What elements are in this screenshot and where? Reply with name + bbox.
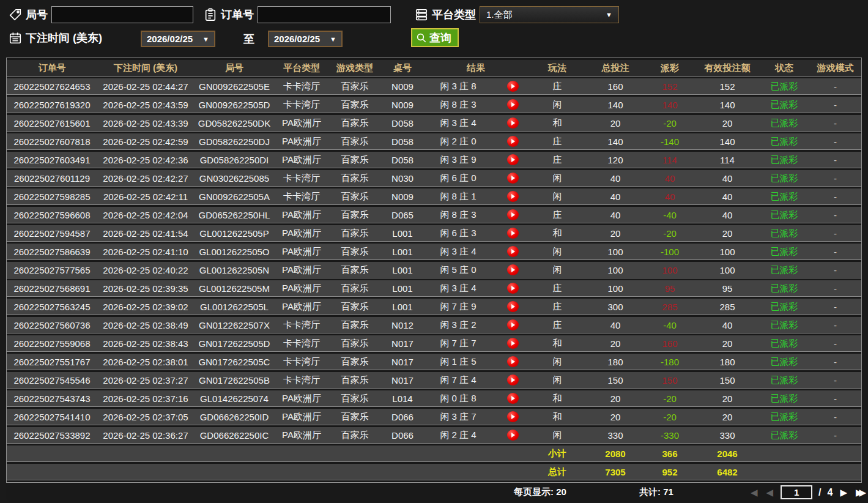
cell-valid-bet: 20	[696, 335, 759, 352]
replay-play-button[interactable]	[507, 283, 519, 294]
cell-method: 闲	[528, 262, 587, 278]
replay-play-button[interactable]	[507, 246, 519, 257]
cell-bet-time: 2026-02-25 02:38:43	[97, 335, 194, 352]
replay-play-button[interactable]	[507, 136, 519, 147]
cell-total-bet: 40	[587, 188, 644, 205]
subtotal-row: 小计 2080 366 2046	[7, 445, 861, 462]
cell-payout: 114	[644, 152, 696, 168]
cell-bet-time: 2026-02-25 02:39:02	[97, 299, 194, 315]
cell-valid-bet: 20	[696, 115, 759, 132]
cell-order-no: 260225027568691	[7, 280, 97, 297]
game-no-label: 局号	[26, 7, 48, 22]
replay-play-button[interactable]	[507, 99, 519, 110]
platform-select[interactable]: 1.全部 ▼	[480, 6, 619, 23]
cell-bet-time: 2026-02-25 02:38:01	[97, 354, 194, 370]
replay-play-button[interactable]	[507, 430, 519, 441]
cell-valid-bet: 20	[696, 390, 759, 407]
cell-result: 闲 8 庄 3	[424, 207, 528, 223]
platform-label: 平台类型	[432, 7, 476, 22]
cell-status: 已派彩	[759, 372, 809, 389]
play-icon	[511, 304, 515, 309]
cell-status: 已派彩	[759, 427, 809, 444]
table-row: 260225027568691 2026-02-25 02:39:35 GL00…	[7, 280, 861, 297]
replay-play-button[interactable]	[507, 228, 519, 239]
game-no-input[interactable]	[51, 6, 193, 23]
page-number-input[interactable]	[781, 485, 812, 499]
cell-status: 已派彩	[759, 207, 809, 223]
replay-play-button[interactable]	[507, 191, 519, 202]
prev-page-button[interactable]: ◀	[765, 487, 775, 498]
cell-valid-bet: 100	[696, 244, 759, 260]
cell-game-mode: -	[809, 78, 861, 95]
replay-play-button[interactable]	[507, 209, 519, 220]
table-row: 260225027543743 2026-02-25 02:37:16 GL01…	[7, 390, 861, 407]
replay-play-button[interactable]	[507, 338, 519, 349]
cell-valid-bet: 40	[696, 188, 759, 205]
order-no-input[interactable]	[258, 6, 391, 23]
date-to-value: 2026/02/25	[274, 34, 320, 44]
replay-play-button[interactable]	[507, 264, 519, 275]
cell-table-no: D066	[381, 427, 424, 444]
cell-game-type: 百家乐	[328, 225, 381, 242]
cell-order-no: 260225027598285	[7, 188, 97, 205]
cell-game-no: GN0092622505E	[194, 78, 275, 95]
cell-game-type: 百家乐	[328, 372, 381, 389]
replay-play-button[interactable]	[507, 173, 519, 184]
cell-total-bet: 100	[587, 244, 644, 260]
cell-game-mode: -	[809, 152, 861, 168]
replay-play-button[interactable]	[507, 81, 519, 92]
replay-play-button[interactable]	[507, 356, 519, 367]
chevron-down-icon: ▼	[202, 35, 209, 43]
cell-platform: 卡卡湾厅	[275, 97, 328, 113]
cell-platform: 卡卡湾厅	[275, 78, 328, 95]
cell-order-no: 260225027559068	[7, 335, 97, 352]
date-to-picker[interactable]: 2026/02/25 ▼	[268, 31, 343, 47]
cell-result: 闲 3 庄 4	[424, 280, 528, 297]
cell-game-mode: -	[809, 244, 861, 260]
cell-order-no: 260225027563245	[7, 299, 97, 315]
cell-platform: 卡卡湾厅	[275, 372, 328, 389]
cell-table-no: N017	[381, 372, 424, 389]
cell-total-bet: 330	[587, 427, 644, 444]
cell-game-mode: -	[809, 427, 861, 444]
cell-status: 已派彩	[759, 280, 809, 297]
cell-game-mode: -	[809, 225, 861, 242]
cell-order-no: 260225027551767	[7, 354, 97, 370]
table-row: 260225027541410 2026-02-25 02:37:05 GD06…	[7, 409, 861, 425]
first-page-button[interactable]: ◀	[749, 487, 759, 498]
cell-game-type: 百家乐	[328, 170, 381, 187]
cell-total-bet: 140	[587, 97, 644, 113]
replay-play-button[interactable]	[507, 154, 519, 165]
replay-play-button[interactable]	[507, 374, 519, 386]
cell-order-no: 260225027624653	[7, 78, 97, 95]
cell-platform: PA欧洲厅	[275, 225, 328, 242]
cell-valid-bet: 20	[696, 409, 759, 425]
cell-platform: PA欧洲厅	[275, 390, 328, 407]
replay-play-button[interactable]	[507, 301, 519, 312]
last-page-button[interactable]: ▶▶	[855, 487, 867, 498]
search-button[interactable]: 查询	[411, 28, 459, 47]
cell-method: 闲	[528, 372, 587, 389]
play-icon	[511, 231, 515, 236]
cell-valid-bet: 140	[696, 133, 759, 150]
next-page-button[interactable]: ▶	[839, 487, 848, 498]
cell-game-mode: -	[809, 97, 861, 113]
cell-game-no: GD058262250DK	[194, 115, 275, 132]
cell-total-bet: 180	[587, 354, 644, 370]
cell-bet-time: 2026-02-25 02:44:27	[97, 78, 194, 95]
cell-bet-time: 2026-02-25 02:42:27	[97, 170, 194, 187]
replay-play-button[interactable]	[507, 117, 519, 129]
replay-play-button[interactable]	[507, 411, 519, 422]
replay-play-button[interactable]	[507, 319, 519, 330]
table-row: 260225027619320 2026-02-25 02:43:59 GN00…	[7, 97, 861, 113]
cell-payout: 152	[644, 78, 696, 95]
cell-method: 闲	[528, 97, 587, 113]
cell-game-type: 百家乐	[328, 427, 381, 444]
date-from-picker[interactable]: 2026/02/25 ▼	[141, 31, 215, 47]
header-result: 结果	[424, 60, 528, 76]
table-row: 260225027545546 2026-02-25 02:37:27 GN01…	[7, 372, 861, 389]
cell-valid-bet: 330	[696, 427, 759, 444]
cell-valid-bet: 100	[696, 262, 759, 278]
play-icon	[511, 414, 515, 419]
replay-play-button[interactable]	[507, 393, 519, 404]
